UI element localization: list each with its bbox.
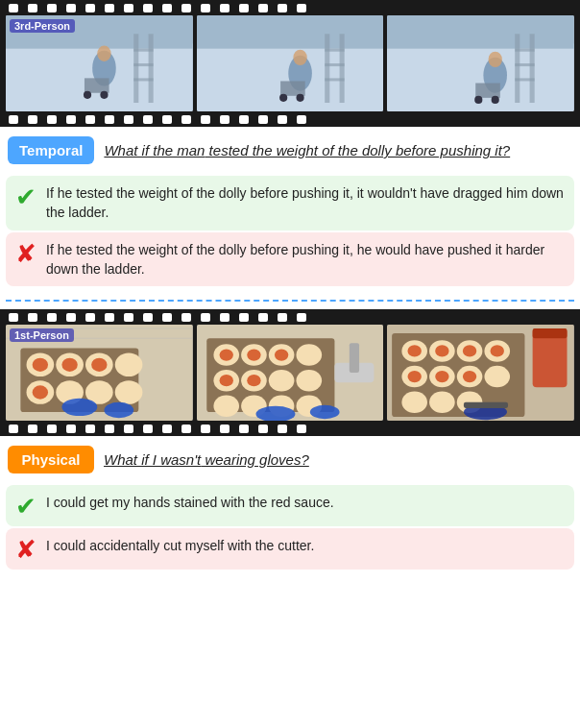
answer-row-2-correct: ✔ I could get my hands stained with the …: [6, 485, 574, 526]
perf-hole: [220, 313, 230, 322]
section-1: 3rd-Person: [0, 0, 580, 292]
perf-top-1: [0, 0, 580, 15]
perf-hole: [162, 425, 172, 433]
cross-icon-1: ✘: [15, 241, 36, 266]
svg-rect-21: [325, 49, 344, 52]
perf-hole: [28, 313, 37, 322]
perf-hole: [201, 313, 210, 322]
perf-top-2: [0, 309, 580, 325]
perf-hole: [201, 425, 210, 433]
question-text-1: What if the man tested the weight of the…: [104, 140, 510, 160]
perf-hole: [28, 425, 37, 433]
answer-text-1-correct: If he tested the weight of the dolly bef…: [46, 183, 565, 223]
svg-rect-10: [133, 78, 153, 81]
film-frames-1: 3rd-Person: [0, 15, 580, 111]
perf-hole: [66, 4, 76, 12]
svg-point-91: [402, 392, 428, 414]
film-frame-1: 3rd-Person: [6, 15, 193, 111]
svg-point-38: [475, 96, 483, 104]
perf-hole: [258, 425, 268, 433]
film-frame-5: [197, 325, 384, 421]
perf-hole: [278, 4, 287, 12]
svg-point-90: [485, 366, 511, 388]
perf-hole: [85, 425, 95, 433]
perf-hole: [181, 4, 191, 12]
question-underline-part: What if the man: [104, 142, 205, 158]
svg-point-13: [100, 91, 108, 99]
perf-hole: [105, 313, 114, 322]
svg-rect-36: [516, 78, 535, 81]
answer-row-2-wrong: ✘ I could accidentally cut myself with t…: [6, 528, 574, 570]
svg-point-92: [429, 392, 455, 414]
svg-point-5: [97, 46, 110, 61]
perf-hole: [220, 425, 230, 433]
perf-hole: [220, 4, 230, 12]
film-frame-2: [197, 15, 384, 111]
perf-hole: [66, 425, 76, 433]
svg-point-52: [91, 358, 107, 372]
svg-rect-22: [325, 63, 344, 66]
answer-row-1-correct: ✔ If he tested the weight of the dolly b…: [6, 176, 574, 231]
svg-point-76: [247, 375, 260, 386]
film-strip-1: 3rd-Person: [0, 0, 580, 127]
svg-point-75: [219, 375, 232, 386]
question-text-2: What if I wasn't wearing gloves?: [104, 449, 309, 470]
film-frame-3: [387, 15, 574, 111]
svg-point-72: [219, 350, 232, 361]
svg-point-50: [33, 358, 48, 372]
check-icon-2: ✔: [15, 494, 36, 519]
perf-hole: [9, 4, 18, 12]
perf-hole: [124, 425, 133, 433]
svg-point-18: [293, 50, 306, 65]
perf-hole: [181, 115, 191, 124]
question-tag-1: Temporal: [8, 136, 94, 164]
svg-rect-6: [133, 34, 138, 103]
perf-hole: [105, 425, 114, 433]
svg-point-63: [296, 344, 322, 366]
svg-rect-16: [197, 15, 384, 49]
film-strip-2: 1st-Person: [0, 309, 580, 436]
svg-point-98: [408, 371, 422, 382]
film-frame-6: [387, 325, 574, 421]
svg-point-25: [279, 94, 287, 102]
section-divider: [6, 300, 574, 302]
svg-point-67: [296, 370, 322, 392]
svg-point-54: [61, 399, 97, 416]
svg-rect-102: [533, 328, 568, 338]
svg-rect-11: [85, 78, 109, 92]
section-2: 1st-Person: [0, 309, 580, 575]
perf-hole: [181, 313, 191, 322]
perf-hole: [201, 115, 210, 124]
svg-point-49: [115, 380, 143, 404]
question-tag-2: Physical: [8, 446, 94, 473]
question-row-1: Temporal What if the man tested the weig…: [0, 127, 580, 174]
answer-text-2-wrong: I could accidentally cut myself with the…: [46, 536, 314, 555]
svg-rect-7: [149, 34, 154, 103]
perf-hole: [258, 313, 268, 322]
svg-rect-37: [476, 83, 501, 97]
view-label-2: 1st-Person: [10, 328, 74, 342]
svg-rect-78: [349, 343, 358, 373]
svg-point-39: [492, 96, 499, 104]
perf-hole: [85, 313, 95, 322]
svg-point-74: [275, 350, 288, 361]
perf-hole: [124, 4, 133, 12]
perf-hole: [85, 4, 95, 12]
perf-hole: [278, 313, 287, 322]
perf-hole: [278, 115, 287, 124]
svg-point-26: [296, 94, 303, 102]
svg-rect-34: [516, 49, 535, 52]
perf-hole: [66, 115, 76, 124]
svg-rect-29: [387, 15, 574, 49]
svg-point-45: [115, 353, 143, 377]
perf-hole: [162, 115, 172, 124]
perf-hole: [201, 4, 210, 12]
svg-rect-24: [280, 81, 305, 95]
film-frames-2: 1st-Person: [0, 325, 580, 421]
perf-hole: [105, 115, 114, 124]
svg-rect-35: [516, 63, 535, 66]
perf-hole: [124, 115, 133, 124]
svg-point-53: [33, 386, 48, 400]
svg-point-51: [61, 358, 77, 372]
svg-point-73: [247, 350, 260, 361]
